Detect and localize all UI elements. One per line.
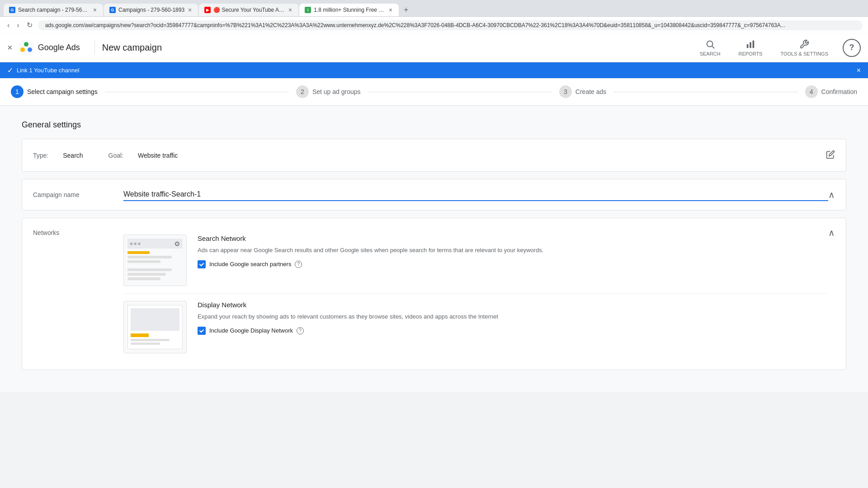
illus-gray-line-5	[127, 277, 160, 280]
campaign-name-header: Campaign name ∧	[22, 179, 846, 210]
step-1-circle: 1	[11, 85, 24, 98]
search-network-illustration: ≡ ≡ ≡ ⊙	[123, 235, 187, 286]
step-4[interactable]: 4 Confirmation	[805, 85, 857, 98]
display-line-2	[131, 343, 160, 345]
step-connector-1	[105, 92, 289, 92]
notification-close-button[interactable]: ×	[857, 66, 861, 75]
tools-nav-label: TOOLS & SETTINGS	[780, 51, 828, 56]
display-line-1	[131, 339, 170, 341]
tab-3[interactable]: ▶ 🔴 Secure Your YouTube Acco... ×	[199, 4, 298, 16]
step-2-circle: 2	[296, 85, 309, 98]
campaign-name-label: Campaign name	[33, 191, 123, 198]
page-title: New campaign	[102, 42, 693, 53]
search-partners-label: Include Google search partners	[209, 261, 291, 267]
reload-button[interactable]: ↻	[25, 19, 34, 31]
notification-check-icon: ✓	[7, 66, 13, 75]
edit-type-goal-button[interactable]	[826, 150, 835, 160]
back-button[interactable]: ‹	[5, 19, 11, 31]
illus-spacer	[127, 265, 183, 268]
goal-label: Goal:	[108, 152, 123, 159]
step-4-circle: 4	[805, 85, 818, 98]
illus-camera-icon: ⊙	[175, 240, 180, 247]
step-3-circle: 3	[559, 85, 572, 98]
tools-nav-button[interactable]: TOOLS & SETTINGS	[773, 36, 835, 60]
address-bar: ‹ › ↻	[0, 16, 868, 33]
search-partners-row: Include Google search partners ?	[198, 260, 828, 268]
search-icon	[705, 39, 715, 49]
illus-orange-line	[127, 251, 150, 254]
illus-gray-line-1	[127, 256, 172, 258]
networks-label: Networks	[33, 227, 123, 236]
google-ads-logo: Google Ads	[18, 40, 80, 56]
step-3[interactable]: 3 Create ads	[559, 85, 606, 98]
search-network-title: Search Network	[198, 235, 828, 242]
svg-point-1	[20, 47, 25, 52]
search-illus: ≡ ≡ ≡ ⊙	[123, 235, 187, 286]
search-partners-checkbox[interactable]	[198, 260, 206, 268]
step-1[interactable]: 1 Select campaign settings	[11, 85, 98, 98]
tab-1[interactable]: G Search campaign - 279-560-... ×	[4, 4, 103, 16]
forward-button[interactable]: ›	[15, 19, 21, 31]
tab-title-1: Search campaign - 279-560-...	[18, 7, 90, 13]
networks-chevron-icon[interactable]: ∧	[828, 227, 835, 238]
url-input[interactable]	[38, 20, 863, 30]
svg-point-3	[28, 47, 32, 52]
tab-favicon-2: G	[109, 7, 116, 13]
tab-close-2[interactable]: ×	[187, 6, 193, 14]
display-checkbox-check-icon	[199, 328, 204, 333]
new-tab-button[interactable]: +	[400, 4, 412, 16]
svg-rect-7	[750, 42, 751, 48]
illus-search-bar: ≡ ≡ ≡ ⊙	[127, 239, 183, 249]
display-img	[131, 308, 179, 331]
google-ads-logo-text: Google Ads	[38, 43, 80, 52]
networks-header: Networks ≡ ≡ ≡ ⊙	[22, 218, 846, 370]
svg-rect-8	[753, 40, 755, 48]
reports-nav-button[interactable]: REPORTS	[731, 36, 769, 60]
notification-text: Link 1 YouTube channel	[17, 67, 79, 74]
browser-chrome: G Search campaign - 279-560-... × G Camp…	[0, 0, 868, 33]
tab-favicon-1: G	[9, 7, 15, 13]
display-network-content: Display Network Expand your reach by sho…	[198, 301, 828, 335]
display-orange-bar	[131, 333, 149, 337]
svg-point-2	[24, 42, 28, 47]
networks-card: Networks ≡ ≡ ≡ ⊙	[22, 218, 846, 370]
tab-close-1[interactable]: ×	[92, 6, 98, 14]
step-4-number: 4	[810, 88, 813, 95]
tab-2[interactable]: G Campaigns - 279-560-1893 ×	[104, 4, 198, 16]
tab-title-4: 1.8 million+ Stunning Free Im...	[314, 7, 385, 13]
svg-rect-6	[747, 44, 749, 48]
step-4-label: Confirmation	[821, 88, 857, 95]
main-content: General settings Type: Search Goal: Webs…	[0, 106, 868, 392]
tab-close-4[interactable]: ×	[388, 6, 393, 14]
campaign-name-input[interactable]	[123, 188, 828, 201]
checkbox-check-icon	[199, 262, 204, 267]
tab-close-3[interactable]: ×	[288, 6, 293, 14]
campaign-name-chevron-icon[interactable]: ∧	[828, 189, 835, 200]
search-nav-label: SEARCH	[700, 51, 721, 56]
display-network-checkbox[interactable]	[198, 327, 206, 335]
tab-favicon-3: ▶	[204, 7, 211, 13]
step-1-number: 1	[15, 88, 19, 95]
search-network-section: ≡ ≡ ≡ ⊙	[123, 227, 828, 294]
networks-content: ≡ ≡ ≡ ⊙	[123, 227, 828, 361]
tab-4[interactable]: i 1.8 million+ Stunning Free Im... ×	[299, 4, 399, 16]
type-goal-card-body: Type: Search Goal: Website traffic	[22, 139, 846, 171]
header-divider	[94, 41, 95, 55]
display-network-label: Include Google Display Network	[209, 327, 293, 334]
type-goal-card: Type: Search Goal: Website traffic	[22, 139, 846, 172]
search-network-desc: Ads can appear near Google Search result…	[198, 246, 828, 255]
google-ads-logo-icon	[18, 40, 34, 56]
display-network-title: Display Network	[198, 301, 828, 309]
tab-title-3: 🔴 Secure Your YouTube Acco...	[213, 7, 285, 13]
search-partners-help-icon[interactable]: ?	[295, 261, 302, 268]
svg-line-5	[712, 46, 714, 48]
illus-bar-lines: ≡ ≡ ≡	[130, 241, 141, 246]
help-button[interactable]: ?	[843, 39, 861, 57]
tab-title-2: Campaigns - 279-560-1893	[118, 7, 184, 13]
step-2[interactable]: 2 Set up ad groups	[296, 85, 361, 98]
campaign-name-card: Campaign name ∧	[22, 179, 846, 211]
search-nav-button[interactable]: SEARCH	[693, 36, 728, 60]
step-2-label: Set up ad groups	[312, 88, 361, 95]
header-close-button[interactable]: ×	[7, 42, 13, 53]
display-network-help-icon[interactable]: ?	[297, 327, 304, 334]
